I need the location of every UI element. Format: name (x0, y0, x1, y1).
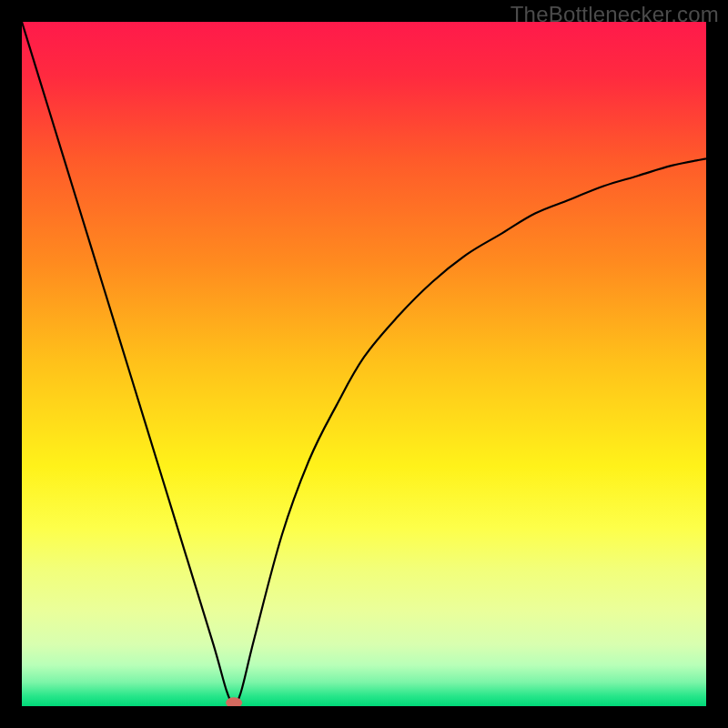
bottleneck-chart (22, 22, 706, 706)
chart-frame (22, 22, 706, 706)
gradient-background (22, 22, 706, 706)
